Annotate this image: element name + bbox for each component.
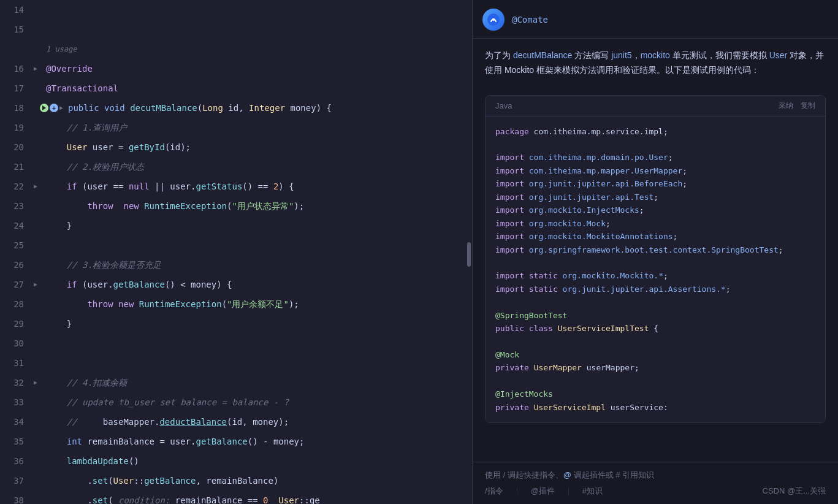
chat-footer: 使用 / 调起快捷指令、@ 调起插件或 # 引用知识 /指令 ｜ @插件 ｜ #… [473, 462, 838, 504]
cmd-knowledge[interactable]: #知识 [582, 486, 603, 497]
code-line-15: 15 [0, 20, 472, 39]
line-content-34: // baseMapper.deductBalance(id, money); [44, 412, 472, 432]
code-lang-label: Java [495, 101, 512, 110]
line-num-34: 34 [0, 412, 34, 432]
line-content-32: // 4.扣减余额 [44, 373, 472, 392]
code-line-21: 21 // 2.校验用户状态 [0, 157, 472, 177]
code-line-35: 35 int remainBalance = user.getBalance()… [0, 432, 472, 451]
line-num-18: 18 [0, 98, 34, 118]
svg-point-1 [492, 18, 495, 21]
cmd-instruction[interactable]: /指令 [485, 486, 503, 497]
line-num-38: 38 [0, 491, 34, 504]
line-content-23: throw new RuntimeException("用户状态异常"); [44, 196, 472, 216]
line-content-24: } [44, 216, 472, 235]
line-num-21: 21 [0, 157, 34, 177]
code-line-25: 25 [0, 235, 472, 255]
line-num-35: 35 [0, 432, 34, 451]
line-num-23: 23 [0, 196, 34, 216]
code-block-content: package com.itheima.mp.service.impl; imp… [486, 116, 825, 423]
line-num-14: 14 [0, 0, 34, 20]
code-line-26: 26 // 3.检验余额是否充足 [0, 255, 472, 275]
footer-brand: CSDN @王...关强 [763, 486, 826, 497]
code-line-31: 31 [0, 353, 472, 373]
line-content-38: .set( condition: remainBalance == 0 User… [44, 491, 472, 504]
message-text: 为了为 decutMBalance 方法编写 junit5，mockito 单元… [485, 48, 826, 78]
line-content-33: // update tb_user set balance = balance … [44, 392, 472, 412]
code-line-33: 33 // update tb_user set balance = balan… [0, 392, 472, 412]
line-content-17: @Transactional [44, 78, 472, 98]
line-content-35: int remainBalance = user.getBalance() - … [44, 432, 472, 451]
line-num-27: 27 [0, 275, 34, 294]
adopt-button[interactable]: 采纳 [779, 101, 793, 111]
code-line-30: 30 [0, 334, 472, 353]
footer-hint: 使用 / 调起快捷指令、@ 调起插件或 # 引用知识 [485, 470, 826, 481]
line-content-19: // 1.查询用户 [44, 118, 472, 137]
line-num-31: 31 [0, 353, 34, 373]
code-line-32: 32 ▶ // 4.扣减余额 [0, 373, 472, 392]
line-num-28: 28 [0, 294, 34, 314]
footer-commands: /指令 ｜ @插件 ｜ #知识 CSDN @王...关强 [485, 486, 826, 497]
code-lines: 14 15 1 usage 16 ▶ @Override 17 @Transac… [0, 0, 472, 504]
code-line-29: 29 } [0, 314, 472, 334]
code-editor: 14 15 1 usage 16 ▶ @Override 17 @Transac… [0, 0, 472, 504]
line-content-18: public void decutMBalance(Long id, Integ… [66, 98, 472, 118]
chat-message: 为了为 decutMBalance 方法编写 junit5，mockito 单元… [473, 39, 838, 88]
line-num-22: 22 [0, 177, 34, 196]
line-content-36: lambdaUpdate() [44, 451, 472, 471]
chat-body[interactable]: 为了为 decutMBalance 方法编写 junit5，mockito 单元… [473, 39, 838, 462]
line-num-33: 33 [0, 392, 34, 412]
line-content-27: if (user.getBalance() < money) { [44, 275, 472, 294]
line-content-37: .set(User::getBalance, remainBalance) [44, 471, 472, 491]
code-line-24: 24 } [0, 216, 472, 235]
code-block: Java 采纳 复制 package com.itheima.mp.servic… [485, 95, 826, 424]
code-line-38: 38 .set( condition: remainBalance == 0 U… [0, 491, 472, 504]
code-line-20: 20 User user = getById(id); [0, 137, 472, 157]
line-content-20: User user = getById(id); [44, 137, 472, 157]
code-line-22: 22 ▶ if (user == null || user.getStatus(… [0, 177, 472, 196]
cmd-plugin[interactable]: @插件 [531, 486, 555, 497]
code-line-23: 23 throw new RuntimeException("用户状态异常"); [0, 196, 472, 216]
code-block-header: Java 采纳 复制 [486, 96, 825, 116]
sep1: ｜ [513, 486, 521, 497]
code-line-36: 36 lambdaUpdate() [0, 451, 472, 471]
code-line-34: 34 // baseMapper.deductBalance(id, money… [0, 412, 472, 432]
line-content-16: @Override [44, 59, 472, 78]
comate-logo [482, 9, 505, 31]
copy-button[interactable]: 复制 [801, 101, 815, 111]
line-num-30: 30 [0, 334, 34, 353]
code-line-27: 27 ▶ if (user.getBalance() < money) { [0, 275, 472, 294]
line-content-22: if (user == null || user.getStatus() == … [44, 177, 472, 196]
line-content-28: throw new RuntimeException("用户余额不足"); [44, 294, 472, 314]
scrollbar-thumb[interactable] [467, 242, 471, 267]
code-line-14: 14 [0, 0, 472, 20]
code-line-28: 28 throw new RuntimeException("用户余额不足"); [0, 294, 472, 314]
usage-hint-line: 1 usage [0, 39, 472, 59]
chat-header: @Comate [473, 0, 838, 39]
code-line-19: 19 // 1.查询用户 [0, 118, 472, 137]
line-num-19: 19 [0, 118, 34, 137]
add-icon[interactable]: + [50, 104, 58, 112]
line-num-32: 32 [0, 373, 34, 392]
chat-panel: @Comate 为了为 decutMBalance 方法编写 junit5，mo… [472, 0, 838, 504]
line-content-21: // 2.校验用户状态 [44, 157, 472, 177]
line-num-29: 29 [0, 314, 34, 334]
line-num-36: 36 [0, 451, 34, 471]
code-line-37: 37 .set(User::getBalance, remainBalance) [0, 471, 472, 491]
line-num-25: 25 [0, 235, 34, 255]
line-num-17: 17 [0, 78, 34, 98]
line-num-26: 26 [0, 255, 34, 275]
line-content-26: // 3.检验余额是否充足 [44, 255, 472, 275]
line-num-20: 20 [0, 137, 34, 157]
line-num-16: 16 [0, 59, 34, 78]
code-line-16: 16 ▶ @Override [0, 59, 472, 78]
line-num-37: 37 [0, 471, 34, 491]
code-actions: 采纳 复制 [779, 101, 815, 111]
run-icon[interactable] [40, 104, 48, 112]
chat-username: @Comate [512, 9, 548, 31]
line-num-24: 24 [0, 216, 34, 235]
line-num-15: 15 [0, 20, 34, 39]
code-line-18: 18 + ▶ public void decutMBalance(Long id… [0, 98, 472, 118]
line-content-29: } [44, 314, 472, 334]
fold-icon-18[interactable]: ▶ [59, 98, 63, 118]
sep2: ｜ [565, 486, 573, 497]
